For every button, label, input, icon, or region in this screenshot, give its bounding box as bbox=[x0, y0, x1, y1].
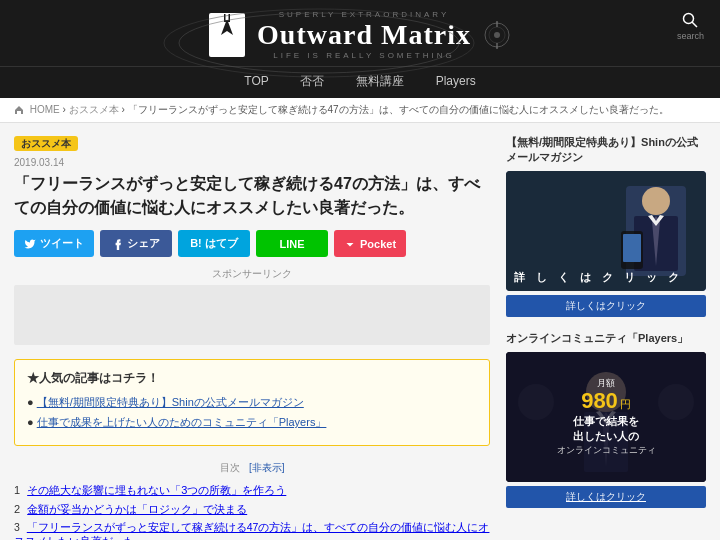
list-item: 仕事で成果を上げたい人のためのコミュニティ「Players」 bbox=[27, 415, 477, 430]
svg-rect-20 bbox=[623, 234, 641, 262]
sponsor-label: スポンサーリンク bbox=[14, 267, 490, 281]
toc-item-1[interactable]: その絶大な影響に埋もれない「3つの所教」を作ろう bbox=[27, 484, 286, 496]
svg-point-1 bbox=[164, 9, 474, 77]
svg-point-8 bbox=[494, 32, 500, 38]
hatebu-share-button[interactable]: B! はてブ bbox=[178, 230, 250, 257]
list-item: 2 金額が妥当かどうかは「ロジック」で決まる bbox=[14, 502, 490, 517]
sidebar-mail-title: 【無料/期間限定特典あり】Shinの公式メールマガジン bbox=[506, 135, 706, 165]
breadcrumb-home[interactable]: HOME bbox=[30, 104, 60, 115]
toc-list: 1 その絶大な影響に埋もれない「3つの所教」を作ろう 2 金額が妥当かどうかは「… bbox=[14, 483, 490, 540]
share-buttons: ツイート シェア B! はてブ LINE Pocket bbox=[14, 230, 490, 257]
community-price-unit: 円 bbox=[620, 397, 631, 412]
facebook-share-button[interactable]: シェア bbox=[100, 230, 172, 257]
community-price-row: 980 円 bbox=[581, 390, 631, 412]
community-subtitle: オンラインコミュニティ bbox=[557, 444, 656, 457]
article-date: 2019.03.14 bbox=[14, 157, 490, 168]
toc-item-2[interactable]: 金額が妥当かどうかは「ロジック」で決まる bbox=[27, 503, 247, 515]
search-label: search bbox=[677, 31, 704, 41]
search-icon bbox=[682, 12, 698, 28]
pocket-share-button[interactable]: Pocket bbox=[334, 230, 406, 257]
popular-box: ★人気の記事はコチラ！ 【無料/期間限定特典あり】Shinの公式メールマガジン … bbox=[14, 359, 490, 446]
toc-wrapper: 目次 [非表示] 1 その絶大な影響に埋もれない「3つの所教」を作ろう 2 金額… bbox=[14, 460, 490, 540]
breadcrumb: HOME › おススメ本 › 「フリーランスがずっと安定して稼ぎ続ける47の方法… bbox=[0, 98, 720, 123]
main-wrapper: おススメ本 2019.03.14 「フリーランスがずっと安定して稼ぎ続ける47の… bbox=[0, 123, 720, 540]
header-decoration bbox=[483, 21, 511, 49]
sponsor-box bbox=[14, 285, 490, 345]
popular-links-list: 【無料/期間限定特典あり】Shinの公式メールマガジン 仕事で成果を上げたい人の… bbox=[27, 395, 477, 430]
sidebar-mail-section: 【無料/期間限定特典あり】Shinの公式メールマガジン bbox=[506, 135, 706, 317]
popular-link-1[interactable]: 【無料/期間限定特典あり】Shinの公式メールマガジン bbox=[37, 396, 304, 408]
sidebar-community-title: オンラインコミュニティ「Players」 bbox=[506, 331, 706, 346]
pocket-icon bbox=[344, 238, 356, 250]
article-title: 「フリーランスがずっと安定して稼ぎ続ける47の方法」は、すべての自分の価値に悩む… bbox=[14, 172, 490, 220]
sidebar-community-box: 月額 980 円 仕事で結果を 出したい人の オンラインコミュニティ bbox=[506, 352, 706, 482]
sidebar-click-text: 詳 し く は ク リ ッ ク bbox=[514, 270, 683, 285]
list-item: 【無料/期間限定特典あり】Shinの公式メールマガジン bbox=[27, 395, 477, 410]
svg-point-0 bbox=[179, 13, 459, 73]
search-button[interactable]: search bbox=[677, 12, 704, 41]
toc-title: 目次 [非表示] bbox=[14, 460, 490, 475]
main-content: おススメ本 2019.03.14 「フリーランスがずっと安定して稼ぎ続ける47の… bbox=[14, 135, 490, 540]
svg-point-15 bbox=[642, 187, 670, 215]
sidebar: 【無料/期間限定特典あり】Shinの公式メールマガジン bbox=[506, 135, 706, 540]
list-item: 1 その絶大な影響に埋もれない「3つの所教」を作ろう bbox=[14, 483, 490, 498]
community-price: 980 bbox=[581, 390, 618, 412]
breadcrumb-current: 「フリーランスがずっと安定して稼ぎ続ける47の方法」は、すべての自分の価値に悩む… bbox=[128, 104, 669, 115]
community-overlay: 月額 980 円 仕事で結果を 出したい人の オンラインコミュニティ bbox=[506, 352, 706, 482]
breadcrumb-cat[interactable]: おススメ本 bbox=[69, 104, 119, 115]
community-title-text: 仕事で結果を 出したい人の bbox=[573, 414, 639, 445]
list-item: 3 「フリーランスがずっと安定して稼ぎ続ける47の方法」は、すべての自分の価値に… bbox=[14, 521, 490, 540]
facebook-icon bbox=[113, 238, 123, 250]
site-header: SUPERLY EXTRAORDINARY Outward Matrix LIF… bbox=[0, 0, 720, 66]
sidebar-mail-click-button[interactable]: 詳しくはクリック bbox=[506, 295, 706, 317]
badge-row: おススメ本 bbox=[14, 135, 490, 151]
toc-toggle[interactable]: [非表示] bbox=[249, 462, 285, 473]
popular-link-2[interactable]: 仕事で成果を上げたい人のためのコミュニティ「Players」 bbox=[37, 416, 327, 428]
sidebar-mail-image: 詳 し く は ク リ ッ ク bbox=[506, 171, 706, 291]
twitter-share-button[interactable]: ツイート bbox=[14, 230, 94, 257]
line-share-button[interactable]: LINE bbox=[256, 230, 328, 257]
sidebar-community-section: オンラインコミュニティ「Players」 月額 980 bbox=[506, 331, 706, 508]
popular-box-title: ★人気の記事はコチラ！ bbox=[27, 370, 477, 387]
community-click-button[interactable]: 詳しくはクリック bbox=[506, 486, 706, 508]
svg-line-12 bbox=[692, 22, 697, 27]
toc-item-3[interactable]: 「フリーランスがずっと安定して稼ぎ続ける47の方法」は、すべての自分の価値に悩む… bbox=[14, 521, 489, 540]
home-icon bbox=[14, 105, 24, 115]
article-badge: おススメ本 bbox=[14, 136, 78, 151]
twitter-icon bbox=[24, 238, 36, 250]
